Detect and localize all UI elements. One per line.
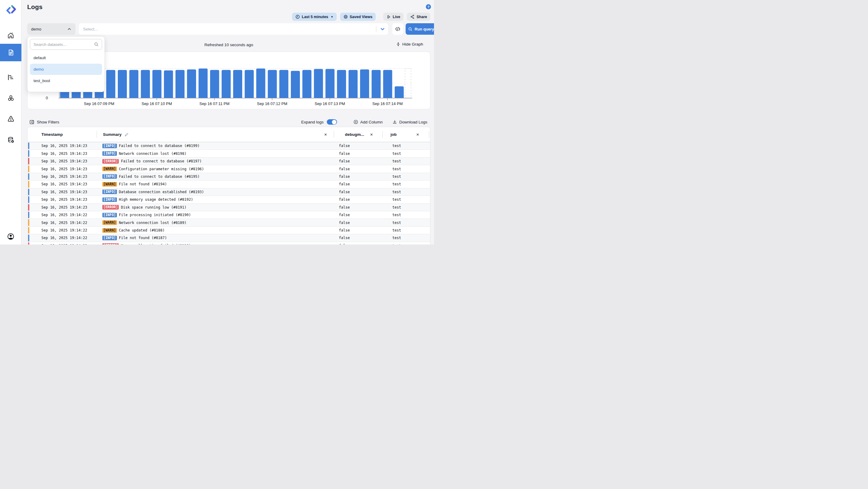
severity-badge: [INFO] — [102, 213, 117, 217]
log-row[interactable]: Sep 16, 2025 19:14:22[WARN]Cache updated… — [28, 227, 430, 234]
log-row[interactable]: Sep 16, 2025 19:14:23[INFO]Failed to con… — [28, 142, 430, 150]
log-row[interactable]: Sep 16, 2025 19:14:23[ERROR]Disk space r… — [28, 204, 430, 211]
severity-stripe — [28, 189, 29, 195]
edit-pencil-icon[interactable] — [124, 132, 129, 137]
help-button[interactable]: ? — [426, 4, 431, 9]
log-job-value: test — [383, 197, 429, 202]
log-row[interactable]: Sep 16, 2025 19:14:23[INFO]Network conne… — [28, 150, 430, 157]
sidebar-item-home[interactable] — [0, 31, 22, 39]
severity-badge: [WARN] — [102, 220, 117, 225]
traces-spans-icon — [7, 74, 14, 81]
sidebar-item-logs[interactable] — [0, 44, 22, 61]
chevron-down-icon[interactable] — [380, 27, 385, 32]
sql-mode-button[interactable] — [392, 23, 403, 35]
log-debugm-value: false — [334, 197, 383, 202]
query-input[interactable]: Select... — [79, 23, 388, 35]
sidebar-item-alerts[interactable] — [0, 115, 22, 123]
log-debugm-value: false — [334, 228, 383, 232]
log-timestamp: Sep 16, 2025 19:14:23 — [28, 197, 97, 202]
add-column-button[interactable]: Add Column — [353, 120, 383, 124]
log-timestamp: Sep 16, 2025 19:14:23 — [28, 144, 97, 148]
logs-toolbar: Show Filters Expand logs Add Column Down… — [27, 118, 427, 126]
logs-table: Timestamp Summary ✕ debugm... ✕ job ✕ — [27, 127, 430, 244]
log-message: Failed to connect to database (#8195) — [119, 174, 199, 179]
query-bar: demo Select... Ru — [27, 23, 431, 35]
hide-graph-button[interactable]: Hide Graph — [396, 42, 423, 46]
log-message: Cache updated (#8188) — [119, 228, 165, 232]
alert-triangle-icon — [7, 115, 14, 123]
column-header-job[interactable]: job ✕ — [383, 127, 429, 142]
log-summary: [INFO]File processing initiated (#8190) — [97, 213, 334, 217]
log-summary: [WARN]Cache updated (#8188) — [97, 228, 334, 233]
column-header-debugm[interactable]: debugm... ✕ — [334, 127, 383, 142]
toolbar-right: Expand logs Add Column Download Logs — [301, 119, 427, 125]
log-debugm-value: false — [334, 152, 383, 156]
job-header-label: job — [391, 132, 397, 137]
svg-text:Sep 16 07:10 PM: Sep 16 07:10 PM — [142, 101, 172, 106]
expand-logs-label: Expand logs — [301, 120, 323, 124]
severity-badge: [INFO] — [102, 174, 117, 179]
log-debugm-value: false — [334, 213, 383, 217]
severity-badge: [WARN] — [102, 167, 117, 171]
column-header-summary[interactable]: Summary ✕ — [97, 127, 334, 142]
log-row[interactable]: Sep 16, 2025 19:14:22[INFO]File processi… — [28, 211, 430, 219]
log-timestamp: Sep 16, 2025 19:14:23 — [28, 190, 97, 194]
log-summary: [ERROR]Memory allocation failed (#8186) — [97, 243, 334, 244]
download-logs-button[interactable]: Download Logs — [392, 120, 427, 124]
time-range-button[interactable]: Last 5 minutes ▼ — [292, 13, 336, 21]
log-summary: [ERROR]Failed to connect to database (#8… — [97, 159, 334, 164]
sidebar-item-account[interactable] — [0, 232, 22, 240]
log-row[interactable]: Sep 16, 2025 19:14:22[WARN]Network conne… — [28, 219, 430, 226]
log-row[interactable]: Sep 16, 2025 19:14:23[WARN]File not foun… — [28, 181, 430, 188]
expand-logs-toggle[interactable] — [327, 119, 337, 125]
log-row[interactable]: Sep 16, 2025 19:14:23[INFO]High memory u… — [28, 196, 430, 203]
home-icon — [7, 32, 14, 39]
sidebar-item-traces[interactable] — [0, 73, 22, 81]
saved-views-button[interactable]: Saved Views — [340, 13, 376, 21]
severity-badge: [ERROR] — [102, 205, 119, 209]
log-job-value: test — [383, 221, 429, 225]
close-job-column-icon[interactable]: ✕ — [416, 132, 419, 137]
log-debugm-value: false — [334, 174, 383, 179]
sidebar-item-services[interactable] — [0, 95, 22, 102]
dataset-search-input[interactable]: Search datasets... — [30, 39, 102, 50]
severity-badge: [WARN] — [102, 182, 117, 187]
log-timestamp: Sep 16, 2025 19:14:23 — [28, 182, 97, 186]
dataset-search-placeholder: Search datasets... — [33, 42, 94, 47]
log-row[interactable]: Sep 16, 2025 19:14:22[INFO]File not foun… — [28, 234, 430, 242]
log-job-value: test — [383, 190, 429, 194]
log-summary: [WARN]File not found (#8194) — [97, 182, 334, 187]
close-summary-column-icon[interactable]: ✕ — [324, 132, 327, 137]
close-debugm-column-icon[interactable]: ✕ — [370, 132, 373, 137]
logs-document-icon — [7, 49, 14, 56]
log-summary: [INFO]Failed to connect to database (#81… — [97, 144, 334, 148]
column-header-timestamp[interactable]: Timestamp — [28, 127, 97, 142]
share-button[interactable]: Share — [407, 13, 430, 21]
services-cubes-icon — [7, 95, 14, 102]
show-filters-button[interactable]: Show Filters — [29, 120, 59, 125]
page-title: Logs — [27, 3, 42, 10]
logo-icon — [4, 3, 17, 16]
panel-filters-icon — [29, 120, 34, 125]
log-row[interactable]: Sep 16, 2025 19:14:23[ERROR]Failed to co… — [28, 158, 430, 165]
log-timestamp: Sep 16, 2025 19:14:22 — [28, 221, 97, 225]
log-debugm-value: false — [334, 243, 383, 244]
dataset-option[interactable]: default — [30, 52, 102, 63]
run-query-button[interactable]: Run query — [406, 23, 434, 35]
dataset-selector[interactable]: demo — [27, 23, 75, 35]
dataset-option[interactable]: demo — [30, 64, 102, 75]
app-window: Logs ? Last 5 minutes ▼ Saved Views — [0, 0, 434, 244]
svg-text:Sep 16 07:12 PM: Sep 16 07:12 PM — [257, 101, 287, 106]
dataset-option[interactable]: test_bool — [30, 75, 102, 86]
live-button[interactable]: Live — [383, 13, 403, 21]
log-row[interactable]: Sep 16, 2025 19:14:23[INFO]Database conn… — [28, 188, 430, 196]
log-row[interactable]: Sep 16, 2025 19:14:23[WARN]Configuration… — [28, 165, 430, 173]
log-message: File processing initiated (#8190) — [119, 213, 191, 217]
log-row[interactable]: Sep 16, 2025 19:14:23[INFO]Failed to con… — [28, 173, 430, 181]
sidebar-item-datasources[interactable] — [0, 136, 22, 144]
app-logo[interactable] — [0, 2, 22, 17]
show-filters-label: Show Filters — [37, 120, 59, 124]
log-job-value: test — [383, 144, 429, 148]
log-row[interactable]: Sep 16, 2025 19:14:22[ERROR]Memory alloc… — [28, 242, 430, 244]
download-logs-label: Download Logs — [399, 120, 427, 124]
